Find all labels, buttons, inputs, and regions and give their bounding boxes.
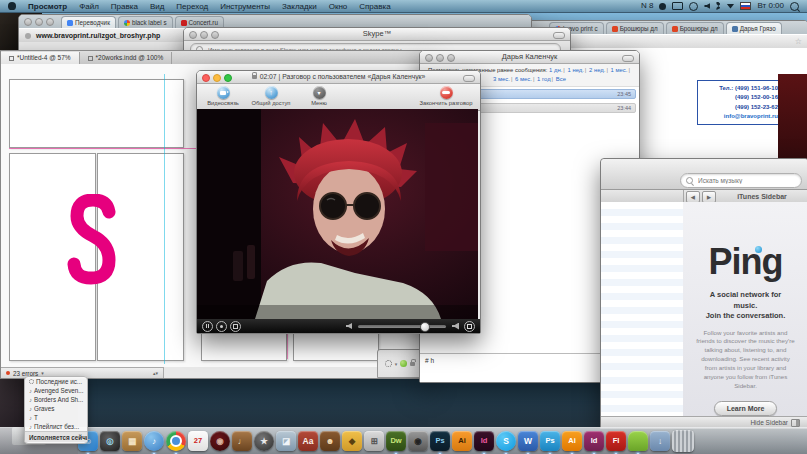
sidebar-toggle-icon[interactable]: [791, 419, 800, 427]
lock-icon[interactable]: [410, 362, 415, 366]
traffic-lights[interactable]: [189, 31, 219, 39]
app-menu[interactable]: Просмотр: [22, 2, 73, 11]
end-call-button[interactable]: Закончить разговор: [416, 86, 476, 106]
menu-bookmarks[interactable]: Закладки: [276, 2, 323, 11]
call-titlebar[interactable]: 02:07 | Разговор с пользователем «Дарья …: [197, 71, 480, 84]
browser-tab-active[interactable]: Переводчик: [61, 16, 116, 28]
dock-icon-illustrator-cs5[interactable]: Ai: [452, 431, 472, 451]
menu-item[interactable]: ♪Graves: [25, 404, 87, 413]
learn-more-button[interactable]: Learn More: [714, 401, 778, 416]
dock-icon-dvd-player[interactable]: ◉: [210, 431, 230, 451]
zoom-button[interactable]: [211, 31, 219, 39]
screen-share-button[interactable]: ↑Общий доступ: [249, 86, 293, 106]
menu-edit[interactable]: Правка: [105, 2, 144, 11]
dock-icon-indesign-cs5[interactable]: Id: [474, 431, 494, 451]
bookmark-star-icon[interactable]: ☆: [795, 37, 802, 46]
chevron-down-icon[interactable]: ▾: [395, 361, 398, 367]
history-link[interactable]: 1 нед.: [567, 67, 583, 73]
back-button[interactable]: ◀: [686, 191, 700, 203]
zoom-button[interactable]: [46, 18, 54, 26]
close-tab-icon[interactable]: [9, 56, 14, 61]
menu-go[interactable]: Переход: [170, 2, 214, 11]
menu-view[interactable]: Вид: [144, 2, 170, 11]
dock-icon-itunes[interactable]: ♪: [144, 431, 164, 451]
volume-slider[interactable]: [358, 325, 446, 328]
email-link[interactable]: info@bravoprint.ru: [702, 112, 778, 121]
keyboard-layout-indicator[interactable]: N 8: [641, 2, 653, 10]
fullscreen-button[interactable]: [464, 321, 475, 332]
dock-icon-dashboard[interactable]: ◎: [100, 431, 120, 451]
browser-tab[interactable]: Брошюры дл: [606, 22, 664, 34]
dock-icon-garageband[interactable]: ♩: [232, 431, 252, 451]
browser-tab[interactable]: black label s: [118, 16, 173, 28]
minimize-button[interactable]: [35, 18, 43, 26]
dock-icon-mascot[interactable]: [628, 431, 648, 451]
dock-icon-grid-app[interactable]: ⊞: [364, 431, 384, 451]
chat-titlebar[interactable]: Дарья Каленчук: [420, 51, 639, 64]
minimize-button[interactable]: [200, 31, 208, 39]
dock-icon-downloads[interactable]: ↓: [650, 431, 670, 451]
close-tab-icon[interactable]: [88, 56, 93, 61]
menu-help[interactable]: Справка: [353, 2, 396, 11]
dock-icon-preview[interactable]: ◪: [276, 431, 296, 451]
browser-tab[interactable]: Брошюры дл: [666, 22, 724, 34]
spotlight-icon[interactable]: [790, 2, 799, 11]
dock-icon-road-sign[interactable]: ◆: [342, 431, 362, 451]
traffic-lights[interactable]: [425, 54, 455, 62]
minimize-button[interactable]: [436, 54, 444, 62]
dock-icon-word[interactable]: W: [518, 431, 538, 451]
history-link[interactable]: Все: [556, 76, 566, 82]
menu-item[interactable]: ♪Плейлист без...: [25, 422, 87, 431]
hide-sidebar-button[interactable]: Hide Sidebar: [750, 419, 788, 426]
toolbar-toggle[interactable]: [553, 32, 565, 39]
pause-video-button[interactable]: [202, 321, 213, 332]
history-link[interactable]: 3 мес.: [493, 76, 510, 82]
gear-icon[interactable]: [385, 360, 392, 367]
toolbar-toggle[interactable]: [463, 75, 475, 82]
display-icon[interactable]: [672, 2, 683, 10]
online-status-icon[interactable]: [400, 360, 407, 367]
time-machine-icon[interactable]: [689, 2, 698, 11]
traffic-lights[interactable]: [202, 74, 232, 82]
dock-icon-photoshop-cs5[interactable]: Ps: [430, 431, 450, 451]
history-link[interactable]: 1 дн.: [549, 67, 562, 73]
apple-menu-icon[interactable]: [8, 2, 16, 10]
history-link[interactable]: 1 год: [537, 76, 551, 82]
close-button[interactable]: [189, 31, 197, 39]
skype-status-icon[interactable]: [659, 3, 666, 10]
document-tab-active[interactable]: *Untitled-4 @ 57%: [1, 52, 80, 64]
close-button[interactable]: [425, 54, 433, 62]
dock-icon-ical[interactable]: 27: [188, 431, 208, 451]
zoom-button[interactable]: [224, 74, 232, 82]
toolbar-toggle[interactable]: [622, 55, 634, 62]
volume-knob[interactable]: [420, 322, 430, 332]
zoom-button[interactable]: [447, 54, 455, 62]
bluetooth-icon[interactable]: [716, 2, 720, 10]
itunes-search-field[interactable]: [680, 173, 802, 188]
traffic-lights[interactable]: [24, 18, 54, 26]
dock-icon-toolbox[interactable]: ▦: [122, 431, 142, 451]
itunes-search-input[interactable]: [696, 176, 796, 185]
address-bar[interactable]: www.bravoprint.ru/izgot_broshyr.php: [36, 32, 160, 39]
browser-tab-active[interactable]: Дарья Грязо: [726, 22, 782, 34]
close-button[interactable]: [202, 74, 210, 82]
dock-icon-trash[interactable]: [672, 430, 694, 452]
dock-icon-dreamweaver[interactable]: Dw: [386, 431, 406, 451]
volume-icon[interactable]: [704, 3, 710, 9]
forward-button[interactable]: ▶: [702, 191, 716, 203]
document-tab[interactable]: *20works.indd @ 100%: [80, 52, 173, 64]
input-language-flag[interactable]: [740, 2, 751, 10]
dock-icon-illustrator-cs4[interactable]: Ai: [562, 431, 582, 451]
close-button[interactable]: [24, 18, 32, 26]
dock-icon-front-row[interactable]: ☻: [320, 431, 340, 451]
clock[interactable]: Вт 0:00: [757, 2, 784, 10]
menu-item[interactable]: ♪T: [25, 413, 87, 422]
video-call-button[interactable]: Видеосвязь: [201, 86, 245, 106]
dock-icon-photo-booth[interactable]: ◉: [408, 431, 428, 451]
dock-icon-chrome[interactable]: [166, 431, 186, 451]
history-link[interactable]: 6 мес.: [515, 76, 532, 82]
dock-icon-skype[interactable]: S: [496, 431, 516, 451]
wifi-icon[interactable]: [726, 4, 734, 9]
menu-tools[interactable]: Инструменты: [214, 2, 276, 11]
menu-window[interactable]: Окно: [323, 2, 354, 11]
